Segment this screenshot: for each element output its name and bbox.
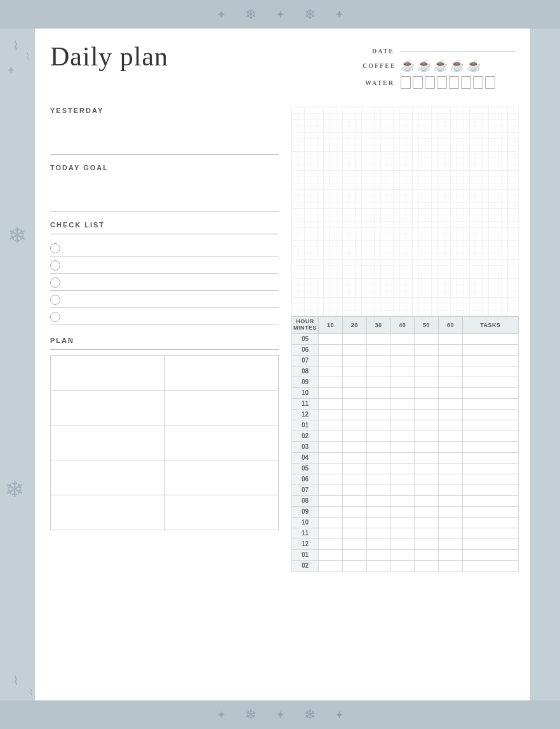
- cell-1-2[interactable]: [366, 344, 390, 355]
- cell-21-3[interactable]: [390, 560, 415, 571]
- cell-12-0[interactable]: [319, 463, 343, 474]
- cell-12-2[interactable]: [366, 463, 390, 474]
- tasks-cell-8[interactable]: [462, 420, 518, 431]
- cell-10-0[interactable]: [319, 441, 343, 452]
- cell-5-1[interactable]: [342, 387, 366, 398]
- cell-16-2[interactable]: [366, 506, 390, 517]
- cell-18-4[interactable]: [415, 528, 439, 538]
- cell-18-0[interactable]: [319, 528, 343, 538]
- plan-cell-5-1[interactable]: [51, 495, 165, 530]
- cell-3-1[interactable]: [342, 366, 366, 377]
- cell-15-3[interactable]: [390, 495, 415, 506]
- cell-7-0[interactable]: [319, 409, 343, 420]
- tasks-cell-10[interactable]: [462, 441, 518, 452]
- water-glass-5[interactable]: [449, 76, 459, 89]
- cell-18-1[interactable]: [342, 528, 366, 538]
- coffee-cup-5[interactable]: ☕: [467, 58, 481, 72]
- tasks-cell-17[interactable]: [462, 517, 518, 528]
- cell-17-3[interactable]: [390, 517, 415, 528]
- tasks-cell-6[interactable]: [462, 398, 518, 409]
- cell-17-5[interactable]: [439, 517, 463, 528]
- cell-2-1[interactable]: [342, 355, 366, 366]
- cell-14-3[interactable]: [390, 485, 415, 495]
- cell-21-5[interactable]: [439, 560, 463, 571]
- cell-17-0[interactable]: [319, 517, 343, 528]
- cell-3-4[interactable]: [415, 366, 439, 377]
- cell-4-4[interactable]: [415, 377, 439, 387]
- cell-1-3[interactable]: [390, 344, 415, 355]
- water-glass-1[interactable]: [401, 76, 411, 89]
- cell-15-5[interactable]: [439, 495, 463, 506]
- cell-12-4[interactable]: [415, 463, 439, 474]
- check-circle-5[interactable]: [50, 312, 60, 322]
- tasks-cell-13[interactable]: [462, 474, 518, 485]
- cell-8-5[interactable]: [439, 420, 463, 431]
- cell-4-1[interactable]: [342, 377, 366, 387]
- tasks-cell-3[interactable]: [462, 366, 518, 377]
- cell-11-3[interactable]: [390, 452, 415, 463]
- cell-0-2[interactable]: [366, 333, 390, 344]
- cell-19-4[interactable]: [415, 538, 439, 549]
- cell-3-0[interactable]: [319, 366, 343, 377]
- cell-6-0[interactable]: [319, 398, 343, 409]
- tasks-cell-15[interactable]: [462, 495, 518, 506]
- cell-16-1[interactable]: [342, 506, 366, 517]
- cell-1-5[interactable]: [439, 344, 463, 355]
- plan-cell-3-2[interactable]: [164, 425, 279, 460]
- tasks-cell-11[interactable]: [462, 452, 518, 463]
- cell-13-3[interactable]: [390, 474, 415, 485]
- cell-8-1[interactable]: [342, 420, 366, 431]
- tasks-cell-16[interactable]: [462, 506, 518, 517]
- coffee-cup-3[interactable]: ☕: [434, 58, 448, 72]
- tasks-cell-19[interactable]: [462, 538, 518, 549]
- cell-4-2[interactable]: [366, 377, 390, 387]
- cell-16-5[interactable]: [439, 506, 463, 517]
- tasks-cell-12[interactable]: [462, 463, 518, 474]
- water-glass-8[interactable]: [485, 76, 495, 89]
- cell-12-5[interactable]: [439, 463, 463, 474]
- cell-3-2[interactable]: [366, 366, 390, 377]
- cell-16-4[interactable]: [415, 506, 439, 517]
- cell-0-3[interactable]: [390, 333, 415, 344]
- cell-8-0[interactable]: [319, 420, 343, 431]
- cell-5-5[interactable]: [439, 387, 463, 398]
- plan-cell-3-1[interactable]: [51, 425, 165, 460]
- cell-8-2[interactable]: [366, 420, 390, 431]
- plan-cell-4-2[interactable]: [164, 460, 279, 495]
- cell-12-3[interactable]: [390, 463, 415, 474]
- tasks-cell-21[interactable]: [462, 560, 518, 571]
- cell-7-2[interactable]: [366, 409, 390, 420]
- tasks-cell-0[interactable]: [462, 333, 518, 344]
- cell-8-3[interactable]: [390, 420, 415, 431]
- cell-5-2[interactable]: [366, 387, 390, 398]
- cell-21-0[interactable]: [319, 560, 343, 571]
- cell-2-5[interactable]: [439, 355, 463, 366]
- cell-5-0[interactable]: [319, 387, 343, 398]
- cell-7-3[interactable]: [390, 409, 415, 420]
- cell-18-5[interactable]: [439, 528, 463, 538]
- coffee-cup-2[interactable]: ☕: [417, 58, 431, 72]
- cell-21-4[interactable]: [415, 560, 439, 571]
- cell-17-2[interactable]: [366, 517, 390, 528]
- cell-7-4[interactable]: [415, 409, 439, 420]
- water-glass-7[interactable]: [473, 76, 483, 89]
- cell-19-2[interactable]: [366, 538, 390, 549]
- plan-cell-2-2[interactable]: [164, 391, 279, 425]
- cell-5-3[interactable]: [390, 387, 415, 398]
- cell-11-1[interactable]: [342, 452, 366, 463]
- cell-9-3[interactable]: [390, 431, 415, 441]
- cell-1-1[interactable]: [342, 344, 366, 355]
- cell-19-0[interactable]: [319, 538, 343, 549]
- cell-11-4[interactable]: [415, 452, 439, 463]
- cell-18-3[interactable]: [390, 528, 415, 538]
- cell-19-3[interactable]: [390, 538, 415, 549]
- cell-14-4[interactable]: [415, 485, 439, 495]
- cell-20-4[interactable]: [415, 549, 439, 560]
- cell-4-3[interactable]: [390, 377, 415, 387]
- cell-20-3[interactable]: [390, 549, 415, 560]
- cell-0-5[interactable]: [439, 333, 463, 344]
- tasks-cell-18[interactable]: [462, 528, 518, 538]
- cell-17-4[interactable]: [415, 517, 439, 528]
- cell-14-5[interactable]: [439, 485, 463, 495]
- check-circle-1[interactable]: [50, 243, 60, 253]
